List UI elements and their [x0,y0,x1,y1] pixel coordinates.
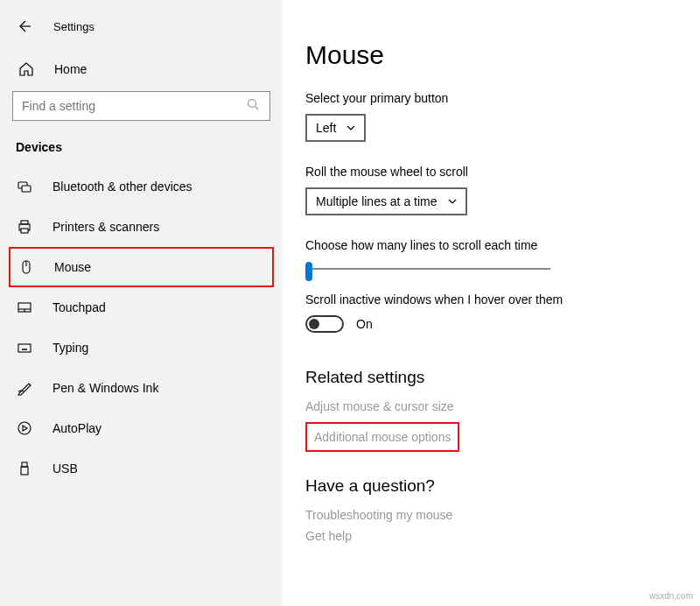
link-adjust-cursor[interactable]: Adjust mouse & cursor size [305,396,677,417]
mouse-icon [18,259,35,275]
watermark: wsxdn.com [649,591,693,601]
sidebar-item-bluetooth[interactable]: Bluetooth & other devices [0,166,283,207]
bluetooth-icon [16,179,33,194]
primary-button-label: Select your primary button [305,91,677,105]
home-icon [18,61,35,77]
sidebar-item-label: Pen & Windows Ink [52,381,158,395]
svg-rect-18 [21,467,28,475]
sidebar-item-label: Printers & scanners [52,220,159,234]
sidebar-item-label: USB [52,462,78,476]
svg-rect-5 [21,229,28,233]
touchpad-icon [16,299,33,315]
sidebar-item-pen[interactable]: Pen & Windows Ink [0,368,283,408]
svg-rect-17 [22,462,27,467]
sidebar-item-printers[interactable]: Printers & scanners [0,207,283,247]
sidebar: Settings Home Devices Bluetooth & other … [0,0,283,606]
question-title: Have a question? [305,476,677,496]
sidebar-item-usb[interactable]: USB [0,448,283,489]
link-additional-mouse-options[interactable]: Additional mouse options [314,430,451,444]
related-settings-title: Related settings [305,368,677,387]
hover-scroll-toggle[interactable] [305,315,344,333]
lines-scroll-label: Choose how many lines to scroll each tim… [305,238,677,252]
sidebar-item-label: Mouse [54,260,91,274]
search-input[interactable] [22,99,247,113]
sidebar-item-home[interactable]: Home [0,53,283,86]
scroll-wheel-value: Multiple lines at a time [316,194,438,208]
primary-button-value: Left [316,121,336,135]
home-label: Home [54,62,87,76]
chevron-down-icon [346,121,355,135]
pen-icon [16,380,33,396]
sidebar-item-label: Touchpad [52,300,106,314]
search-box[interactable] [12,91,270,121]
svg-rect-11 [18,344,31,352]
category-devices: Devices [0,137,283,166]
sidebar-item-mouse[interactable]: Mouse [9,247,274,287]
svg-point-0 [248,100,256,108]
primary-button-dropdown[interactable]: Left [305,114,366,142]
sidebar-item-autoplay[interactable]: AutoPlay [0,408,283,448]
printer-icon [16,219,33,235]
page-title: Mouse [305,40,677,70]
sidebar-item-label: Bluetooth & other devices [52,180,192,194]
link-additional-mouse-options-box: Additional mouse options [305,422,459,452]
chevron-down-icon [448,194,457,208]
sidebar-item-touchpad[interactable]: Touchpad [0,287,283,328]
svg-rect-2 [22,186,31,192]
sidebar-item-label: AutoPlay [52,421,102,435]
main-content: Mouse Select your primary button Left Ro… [283,0,700,546]
link-get-help[interactable]: Get help [305,525,677,546]
header: Settings [0,11,283,53]
scroll-wheel-label: Roll the mouse wheel to scroll [305,165,677,179]
search-icon [247,98,261,114]
hover-scroll-state: On [356,317,373,331]
link-troubleshoot-mouse[interactable]: Troubleshooting my mouse [305,504,677,525]
usb-icon [16,461,33,476]
sidebar-item-label: Typing [52,341,88,355]
autoplay-icon [16,420,33,436]
keyboard-icon [16,340,33,356]
app-title: Settings [53,20,94,33]
lines-scroll-slider[interactable] [305,268,550,270]
back-arrow-icon [17,19,31,33]
hover-scroll-label: Scroll inactive windows when I hover ove… [305,292,677,307]
back-button[interactable] [13,16,34,37]
scroll-wheel-dropdown[interactable]: Multiple lines at a time [305,187,467,215]
slider-thumb[interactable] [305,262,312,281]
sidebar-item-typing[interactable]: Typing [0,328,283,368]
svg-point-16 [18,422,31,434]
svg-rect-4 [21,221,28,224]
